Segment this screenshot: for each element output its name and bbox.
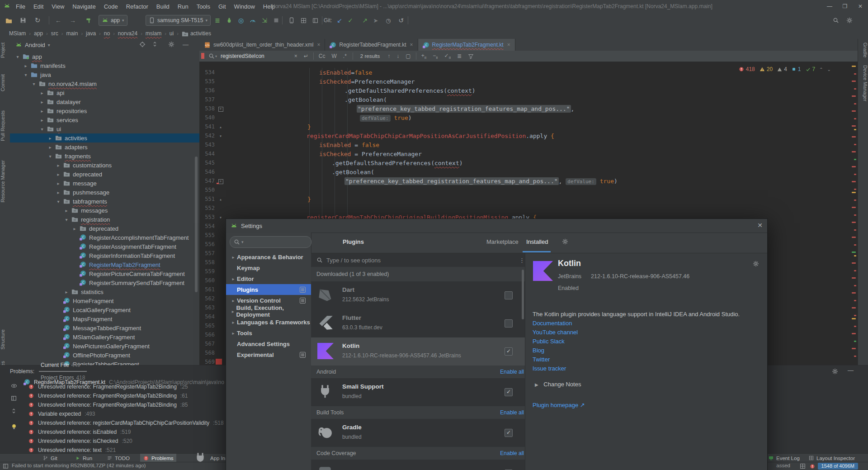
dock-item-project[interactable]: Project <box>0 43 10 58</box>
plugin-checkbox[interactable]: ✓ <box>505 388 513 396</box>
problems-gear-icon[interactable] <box>832 368 838 375</box>
plugin-link-issue-tracker[interactable]: Issue tracker <box>533 365 566 372</box>
close-button[interactable]: ✕ <box>853 0 868 13</box>
menu-edit[interactable]: Edit <box>29 3 47 10</box>
panel-icon[interactable] <box>11 395 20 401</box>
tab-close-icon[interactable]: × <box>507 42 510 48</box>
menu-code[interactable]: Code <box>100 3 122 10</box>
tree-item-pushmessage[interactable]: ▸pushmessage <box>10 188 199 197</box>
status-grid-icon[interactable] <box>800 463 806 469</box>
tree-item-RegisterAssignmentTabFragment[interactable]: CRegisterAssignmentTabFragment <box>10 242 199 251</box>
enable-all-link[interactable]: Enable all <box>500 409 524 416</box>
plugin-link-public-slack[interactable]: Public Slack <box>533 338 565 345</box>
settings-item-appearance-behavior[interactable]: ▸Appearance & Behavior <box>226 252 311 262</box>
git-update-icon[interactable]: ↙ <box>335 16 344 25</box>
run-config-dropdown[interactable]: app▾ <box>99 15 127 26</box>
tree-arrow-icon[interactable]: ▸ <box>56 172 61 177</box>
back-icon[interactable]: ← <box>53 16 63 25</box>
tree-item-NewPicturesGalleryFragment[interactable]: CNewPicturesGalleryFragment <box>10 342 199 351</box>
remove-occurrence-icon[interactable]: −II <box>433 52 438 60</box>
settings-gear-icon[interactable] <box>844 16 854 25</box>
new-line-icon[interactable]: ↵ <box>304 53 308 59</box>
tree-item-RegisterMapTab2Fragment[interactable]: CRegisterMapTab2Fragment <box>10 260 199 269</box>
hide-panel-icon[interactable]: — <box>183 41 189 48</box>
inspection-weak[interactable]: 4 <box>777 66 787 72</box>
tree-item-no.norva24.mslam[interactable]: ▾no.norva24.mslam <box>10 79 199 88</box>
settings-item-plugins[interactable]: Plugins <box>226 284 311 295</box>
menu-refactor[interactable]: Refactor <box>122 3 152 10</box>
settings-item-advanced-settings[interactable]: Advanced Settings <box>226 338 311 349</box>
plugin-row-gradle[interactable]: Gradlebundled✓ <box>311 419 525 447</box>
plugin-homepage-link[interactable]: Plugin homepage ↗ <box>533 402 585 408</box>
dock-item-resource-manager[interactable]: Resource Manager <box>0 160 10 203</box>
tree-item-deprecated[interactable]: ▸deprecated <box>10 170 199 179</box>
tab-close-icon[interactable]: × <box>317 42 320 48</box>
inspection-ok[interactable]: 7 <box>805 66 816 72</box>
tree-item-activities[interactable]: ▸activities <box>10 133 199 142</box>
breadcrumb-item-src[interactable]: src <box>51 30 58 37</box>
tree-item-deprecated[interactable]: ▸deprecated <box>10 224 199 233</box>
coverage-icon[interactable]: ◎ <box>236 16 246 25</box>
tree-item-fragments[interactable]: ▾fragments <box>10 152 199 161</box>
problem-row[interactable]: Unresolved reference: FragmentRegisterMa… <box>28 384 188 390</box>
pair-devices-icon[interactable] <box>287 16 297 25</box>
menu-file[interactable]: File <box>12 3 29 10</box>
profiler-icon[interactable] <box>248 16 258 25</box>
notification-icon[interactable] <box>810 464 815 469</box>
breadcrumb-item-norva24[interactable]: norva24 <box>118 30 137 37</box>
device-manager-icon[interactable] <box>298 16 308 25</box>
locate-icon[interactable] <box>139 41 146 47</box>
breadcrumb-item-activities[interactable]: activities <box>190 30 211 37</box>
inspection-error[interactable]: 418 <box>738 66 755 72</box>
plugin-row-smali-support[interactable]: Smali Supportbundled✓ <box>311 378 525 406</box>
plugin-checkbox[interactable] <box>505 291 513 299</box>
tree-item-tabfragments[interactable]: ▾tabfragments <box>10 197 199 206</box>
git-rollback-icon[interactable]: ↺ <box>396 16 406 25</box>
toolwindow-layout-inspector[interactable]: Layout Inspector <box>806 454 858 462</box>
breadcrumb-item-no[interactable]: no <box>104 30 110 37</box>
problem-row[interactable]: Unresolved reference: isEnabled:519 <box>28 429 131 435</box>
tab-marketplace[interactable]: Marketplace <box>486 233 519 252</box>
tree-arrow-icon[interactable]: ▸ <box>23 63 28 68</box>
tree-item-adapters[interactable]: ▸adapters <box>10 142 199 152</box>
problems-tab-current-file[interactable]: Current File449 <box>39 359 87 372</box>
plugin-checkbox[interactable]: ✓ <box>505 429 513 437</box>
settings-item-experimental[interactable]: Experimental <box>226 349 311 360</box>
search-option-Cc[interactable]: Cc <box>319 53 326 59</box>
plugin-list-scrollbar[interactable] <box>522 270 524 319</box>
tree-item-registration[interactable]: ▾registration <box>10 215 199 224</box>
stop-icon[interactable] <box>271 16 281 25</box>
tab-close-icon[interactable]: × <box>410 42 413 48</box>
tree-arrow-icon[interactable]: ▸ <box>64 208 69 213</box>
menu-tools[interactable]: Tools <box>193 3 214 10</box>
breadcrumb-item-ui[interactable]: ui <box>170 30 174 37</box>
tree-item-java[interactable]: ▾java <box>10 70 199 79</box>
search-option-.*[interactable]: .* <box>343 53 347 59</box>
tree-arrow-icon[interactable]: ▸ <box>56 163 61 168</box>
gear-icon[interactable] <box>168 41 175 47</box>
menu-git[interactable]: Git <box>214 3 230 10</box>
settings-item-editor[interactable]: ▸Editor <box>226 273 311 284</box>
tree-item-ui[interactable]: ▾ui <box>10 124 199 133</box>
tree-arrow-icon[interactable]: ▸ <box>47 136 53 141</box>
breadcrumb-item-app[interactable]: app <box>34 30 43 37</box>
tree-arrow-icon[interactable]: ▸ <box>72 226 77 231</box>
settings-item-tools[interactable]: ▸Tools <box>226 328 311 338</box>
plugin-link-documentation[interactable]: Documentation <box>533 320 572 327</box>
menu-run[interactable]: Run <box>174 3 193 10</box>
search-query[interactable]: registeredSiteIcon <box>221 53 264 59</box>
problem-row[interactable]: Unresolved reference: isChecked:520 <box>28 438 132 444</box>
build-hammer-icon[interactable] <box>84 16 94 25</box>
settings-item-keymap[interactable]: Keymap <box>226 262 311 273</box>
plugin-checkbox[interactable]: ✓ <box>505 347 513 356</box>
bulb-icon[interactable] <box>11 423 20 430</box>
git-history-icon[interactable]: ◷ <box>383 16 393 25</box>
tree-arrow-icon[interactable]: ▸ <box>39 100 45 104</box>
filter-icon[interactable] <box>468 53 474 59</box>
breadcrumb-item-main[interactable]: main <box>66 30 78 37</box>
search-option-W[interactable]: W <box>332 53 337 59</box>
problem-row[interactable]: Variable expected:493 <box>28 411 95 417</box>
project-scrollbar[interactable] <box>195 157 198 292</box>
tree-arrow-icon[interactable]: ▾ <box>31 81 37 86</box>
breadcrumb-item-mslam[interactable]: mslam <box>146 30 161 37</box>
